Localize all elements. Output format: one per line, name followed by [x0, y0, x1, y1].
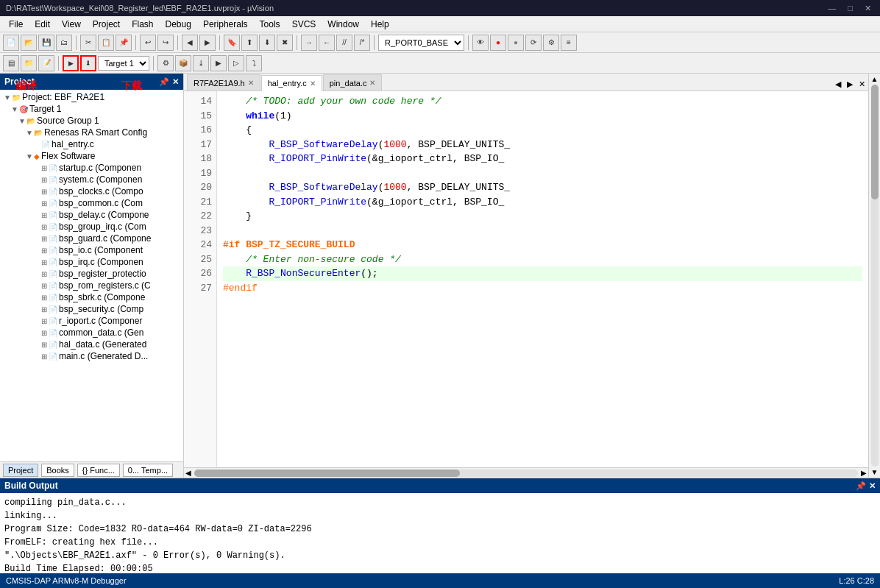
- menu-view[interactable]: View: [56, 18, 87, 31]
- tab-pin-data-close[interactable]: ✕: [369, 79, 375, 87]
- nav-back-button[interactable]: ◀: [182, 35, 198, 51]
- save-button[interactable]: 💾: [38, 35, 54, 51]
- file-bsp-common[interactable]: ⊞ 📄 bsp_common.c (Com: [0, 197, 183, 209]
- renesas-item[interactable]: ▼ 📂 Renesas RA Smart Config: [0, 127, 183, 138]
- watch-button[interactable]: 👁: [472, 35, 489, 51]
- file-bsp-rom[interactable]: ⊞ 📄 bsp_rom_registers.c (C: [0, 280, 183, 291]
- outdent-button[interactable]: ←: [319, 35, 335, 51]
- file-r-ioport[interactable]: ⊞ 📄 r_ioport.c (Componer: [0, 315, 183, 327]
- comment-button[interactable]: //: [336, 35, 352, 51]
- new-file-button[interactable]: 📄: [3, 35, 19, 51]
- code-content[interactable]: /* TODO: add your own code here */ while…: [217, 91, 868, 467]
- start-debug-button[interactable]: ▶: [210, 55, 227, 71]
- tab-scroll-right[interactable]: ▶: [844, 78, 856, 91]
- paste-button[interactable]: 📌: [116, 35, 132, 51]
- templates-button[interactable]: 📝: [38, 55, 54, 71]
- menu-window[interactable]: Window: [322, 18, 365, 31]
- source-group-item[interactable]: ▼ 📂 Source Group 1: [0, 115, 183, 127]
- clear-bookmarks-button[interactable]: ✖: [277, 35, 293, 51]
- h-scrollbar[interactable]: ◀ ▶: [184, 467, 868, 478]
- tab-scroll-left[interactable]: ◀: [832, 78, 844, 91]
- vscroll-track[interactable]: [871, 85, 879, 467]
- file-bsp-group[interactable]: ⊞ 📄 bsp_group_irq.c (Com: [0, 221, 183, 233]
- next-bookmark-button[interactable]: ⬇: [259, 35, 275, 51]
- bookmark-button[interactable]: 🔖: [224, 35, 240, 51]
- tab-pin-data[interactable]: pin_data.c ✕: [323, 74, 383, 91]
- v-scrollbar[interactable]: ▲ ▼: [868, 74, 880, 478]
- run-button[interactable]: ●: [490, 35, 506, 51]
- options-button[interactable]: ⚙: [157, 55, 174, 71]
- stop-button[interactable]: ●: [508, 35, 524, 51]
- file-bsp-io[interactable]: ⊞ 📄 bsp_io.c (Component: [0, 244, 183, 256]
- tab-project[interactable]: Project: [3, 464, 38, 477]
- file-bsp-register[interactable]: ⊞ 📄 bsp_register_protectio: [0, 268, 183, 280]
- more-button[interactable]: ≡: [561, 35, 577, 51]
- file-bsp-guard[interactable]: ⊞ 📄 bsp_guard.c (Compone: [0, 233, 183, 244]
- menu-flash[interactable]: Flash: [126, 18, 159, 31]
- tab-r7fa2e1[interactable]: R7FA2E1A9.h ✕: [187, 74, 260, 91]
- tab-r7fa2e1-close[interactable]: ✕: [248, 79, 254, 87]
- compile-button[interactable]: ▶: [63, 55, 79, 71]
- indent-button[interactable]: →: [301, 35, 317, 51]
- build-button[interactable]: ⬇: [80, 55, 96, 71]
- prev-bookmark-button[interactable]: ⬆: [241, 35, 258, 51]
- tab-hal-entry-close[interactable]: ✕: [310, 79, 316, 88]
- file-main[interactable]: ⊞ 📄 main.c (Generated D...: [0, 350, 183, 362]
- file-common-data[interactable]: ⊞ 📄 common_data.c (Gen: [0, 327, 183, 339]
- uncomment-button[interactable]: /*: [354, 35, 370, 51]
- menu-svcs[interactable]: SVCS: [286, 18, 322, 31]
- files-window-button[interactable]: 📁: [21, 55, 37, 71]
- tab-func[interactable]: {} Func...: [77, 464, 120, 477]
- tab-temp[interactable]: 0... Temp...: [123, 464, 173, 477]
- menu-debug[interactable]: Debug: [160, 18, 197, 31]
- tab-books[interactable]: Books: [41, 464, 74, 477]
- file-bsp-security[interactable]: ⊞ 📄 bsp_security.c (Comp: [0, 303, 183, 315]
- save-all-button[interactable]: 🗂: [56, 35, 72, 51]
- settings-button[interactable]: ⚙: [543, 35, 559, 51]
- hscroll-thumb[interactable]: [194, 470, 460, 477]
- hscroll-right[interactable]: ▶: [861, 469, 867, 477]
- vscroll-up[interactable]: ▲: [871, 75, 879, 83]
- download-button[interactable]: ⤵: [246, 55, 262, 71]
- open-button[interactable]: 📂: [21, 35, 37, 51]
- redo-button[interactable]: ↪: [157, 35, 174, 51]
- file-bsp-sbrk[interactable]: ⊞ 📄 bsp_sbrk.c (Compone: [0, 291, 183, 303]
- copy-button[interactable]: 📋: [98, 35, 114, 51]
- menu-help[interactable]: Help: [365, 18, 395, 31]
- project-panel-close[interactable]: ✕: [172, 77, 179, 87]
- vscroll-thumb[interactable]: [871, 85, 879, 199]
- menu-project[interactable]: Project: [87, 18, 126, 31]
- cut-button[interactable]: ✂: [80, 35, 96, 51]
- file-hal-data[interactable]: ⊞ 📄 hal_data.c (Generated: [0, 339, 183, 350]
- build-pin[interactable]: 📌: [856, 481, 866, 491]
- target-dropdown[interactable]: Target 1: [98, 56, 149, 71]
- project-panel-pin[interactable]: 📌: [159, 77, 169, 87]
- close-button[interactable]: ✕: [862, 4, 874, 13]
- manage-button[interactable]: 📦: [175, 55, 191, 71]
- file-bsp-clocks[interactable]: ⊞ 📄 bsp_clocks.c (Compo: [0, 185, 183, 197]
- file-startup[interactable]: ⊞ 📄 startup.c (Componen: [0, 162, 183, 174]
- menu-file[interactable]: File: [3, 18, 29, 31]
- build-close[interactable]: ✕: [869, 481, 876, 491]
- hscroll-track[interactable]: [194, 470, 858, 477]
- download-target-button[interactable]: ⤓: [193, 55, 209, 71]
- menu-tools[interactable]: Tools: [254, 18, 286, 31]
- menu-peripherals[interactable]: Peripherals: [197, 18, 254, 31]
- register-dropdown[interactable]: R_PORT0_BASE: [378, 35, 464, 51]
- hal-entry-item[interactable]: 📄 hal_entry.c: [0, 138, 183, 150]
- nav-forward-button[interactable]: ▶: [199, 35, 216, 51]
- tab-hal-entry[interactable]: hal_entry.c ✕: [261, 75, 322, 91]
- file-bsp-delay[interactable]: ⊞ 📄 bsp_delay.c (Compone: [0, 209, 183, 221]
- undo-button[interactable]: ↩: [140, 35, 156, 51]
- code-editor[interactable]: 14 15 16 17 18 19 20 21 22 23 24 25 26 2…: [184, 91, 868, 467]
- file-bsp-irq[interactable]: ⊞ 📄 bsp_irq.c (Componen: [0, 256, 183, 268]
- target1-item[interactable]: ▼ 🎯 Target 1: [0, 103, 183, 115]
- vscroll-down[interactable]: ▼: [871, 468, 879, 476]
- hscroll-left[interactable]: ◀: [185, 469, 191, 477]
- flex-software-item[interactable]: ▼ ◆ Flex Software: [0, 150, 183, 162]
- menu-edit[interactable]: Edit: [29, 18, 56, 31]
- run2-button[interactable]: ▷: [228, 55, 244, 71]
- tab-close-all[interactable]: ✕: [856, 78, 868, 91]
- maximize-button[interactable]: □: [845, 4, 856, 13]
- minimize-button[interactable]: —: [825, 4, 839, 13]
